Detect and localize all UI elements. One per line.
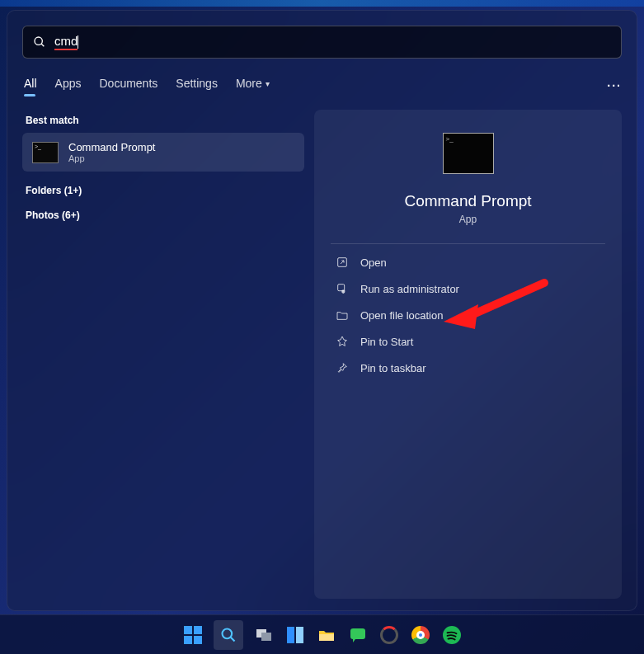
cmd-icon [32,142,59,163]
best-match-heading: Best match [26,115,304,126]
taskbar [0,614,644,654]
actions-list: Open Run as administrator Open file loca… [331,249,605,381]
chrome-icon [411,626,430,644]
svg-rect-12 [319,634,334,641]
svg-rect-10 [287,627,294,643]
tab-documents[interactable]: Documents [99,77,157,95]
window-top-stripe [0,0,644,7]
search-box[interactable]: cmd [22,26,622,59]
tab-more[interactable]: More▾ [236,77,270,95]
taskbar-widgets[interactable] [284,624,306,646]
svg-line-7 [230,637,234,641]
preview-title: Command Prompt [404,192,531,210]
pin-icon [336,361,349,374]
start-search-panel: cmd All Apps Documents Settings More▾ ··… [7,10,637,611]
taskbar-taskview[interactable] [253,624,275,646]
tab-all[interactable]: All [24,77,37,95]
taskbar-search[interactable] [214,620,243,650]
action-run-admin[interactable]: Run as administrator [331,275,605,302]
svg-rect-13 [350,628,365,639]
svg-rect-9 [261,633,271,641]
action-label: Run as administrator [360,283,459,295]
divider [331,243,605,244]
action-open[interactable]: Open [331,249,605,275]
filter-tabs: All Apps Documents Settings More▾ ··· [24,77,622,95]
search-icon [220,627,237,643]
overflow-menu-button[interactable]: ··· [607,79,622,92]
svg-rect-11 [296,627,303,643]
widgets-icon [285,625,305,645]
result-subtitle: App [68,153,155,163]
category-photos[interactable]: Photos (6+) [26,209,301,221]
taskview-icon [254,625,274,645]
preview-app-icon [443,133,494,174]
spotify-icon [443,626,461,644]
svg-point-0 [35,37,42,45]
action-label: Pin to taskbar [360,362,426,374]
results-column: Best match Command Prompt App Folders (1… [22,110,304,599]
taskbar-app-generic[interactable] [378,624,400,646]
folder-icon [317,625,336,645]
category-folders[interactable]: Folders (1+) [26,185,301,196]
action-pin-start[interactable]: Pin to Start [331,328,605,355]
taskbar-start[interactable] [182,624,204,646]
best-match-result[interactable]: Command Prompt App [22,133,304,172]
taskbar-chrome[interactable] [410,624,431,646]
open-icon [336,256,349,269]
action-open-location[interactable]: Open file location [331,302,605,328]
search-input[interactable]: cmd [54,34,611,50]
taskbar-spotify[interactable] [441,624,463,646]
loading-ring-icon [380,626,398,644]
action-label: Open file location [360,309,443,322]
preview-subtitle: App [459,214,477,225]
pin-icon [336,335,349,348]
chat-icon [348,625,368,645]
folder-icon [336,308,349,322]
search-icon [33,35,46,49]
svg-line-1 [41,44,44,46]
action-label: Open [360,256,387,269]
svg-point-6 [222,628,232,638]
tab-apps[interactable]: Apps [55,77,82,95]
tab-settings[interactable]: Settings [176,77,218,95]
taskbar-chat[interactable] [347,624,369,646]
windows-logo-icon [184,626,202,644]
preview-pane: Command Prompt App Open Run as administr… [314,110,622,599]
admin-shield-icon [336,282,349,295]
chevron-down-icon: ▾ [266,79,270,88]
taskbar-explorer[interactable] [316,624,337,646]
action-label: Pin to Start [360,336,413,348]
action-pin-taskbar[interactable]: Pin to taskbar [331,355,605,381]
result-title: Command Prompt [68,141,155,153]
